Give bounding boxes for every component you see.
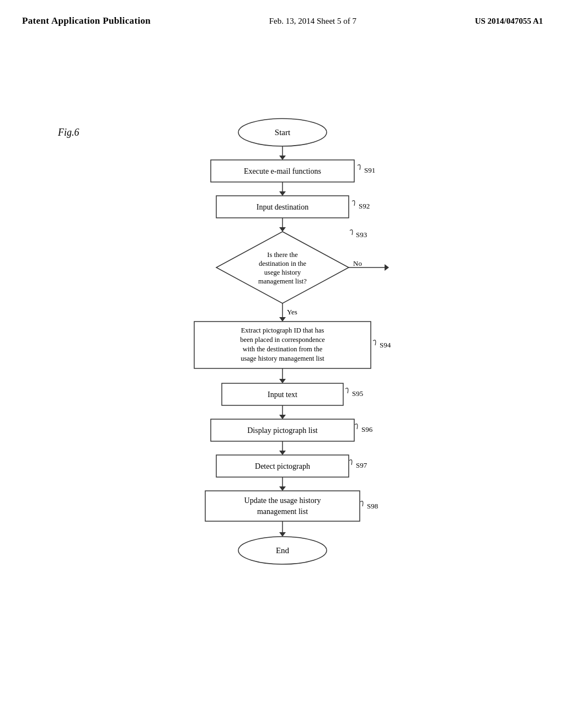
publication-label: Patent Application Publication: [22, 15, 151, 26]
patent-number-label: US 2014/047055 A1: [475, 17, 543, 26]
svg-marker-18: [279, 415, 286, 419]
no-label: No: [353, 259, 362, 267]
s93-label: S93: [356, 231, 367, 239]
svg-marker-8: [279, 227, 286, 232]
svg-marker-2: [279, 156, 286, 160]
svg-rect-25: [205, 491, 360, 521]
s96-label: S96: [361, 425, 373, 433]
s94-text1: Extract pictograph ID that has: [241, 326, 324, 334]
s93-diamond: [216, 232, 349, 303]
s98-label: S98: [367, 502, 378, 510]
s98-text1: Update the usage history: [244, 496, 321, 505]
svg-marker-12: [385, 264, 389, 271]
s93-text-line4: management list?: [258, 277, 307, 285]
flowchart-container: Start Execute e-mail functions S91 Input…: [0, 110, 565, 708]
svg-marker-24: [279, 486, 286, 491]
s96-node: Display pictograph list: [247, 426, 318, 435]
end-node: End: [276, 546, 290, 555]
svg-marker-10: [279, 317, 286, 322]
date-sheet-label: Feb. 13, 2014 Sheet 5 of 7: [269, 17, 356, 26]
s97-node: Detect pictograph: [255, 462, 310, 470]
s91-label: S91: [364, 166, 375, 174]
s94-label: S94: [380, 341, 391, 349]
flowchart-svg: Start Execute e-mail functions S91 Input…: [0, 110, 565, 706]
s93-text-line1: Is there the: [267, 251, 298, 259]
s93-text-line2: destination in the: [259, 260, 307, 267]
s97-label: S97: [356, 461, 367, 469]
s94-text4: usage history management list: [241, 355, 324, 362]
s91-node: Execute e-mail functions: [244, 167, 321, 175]
s92-node: Input destination: [257, 203, 309, 211]
svg-marker-5: [279, 191, 286, 196]
s94-text2: been placed in correspondence: [240, 336, 325, 344]
svg-marker-15: [279, 379, 286, 383]
svg-marker-27: [279, 532, 286, 537]
s93-text-line3: usege history: [264, 269, 301, 276]
s92-label: S92: [359, 202, 370, 210]
svg-marker-21: [279, 451, 286, 455]
s94-text3: with the destination from the: [243, 345, 323, 353]
s95-label: S95: [352, 389, 363, 398]
yes-label: Yes: [287, 308, 297, 316]
s98-text2: management list: [257, 507, 308, 516]
s95-node: Input text: [268, 390, 297, 399]
page-header: Patent Application Publication Feb. 13, …: [0, 0, 565, 26]
start-node: Start: [275, 128, 291, 137]
